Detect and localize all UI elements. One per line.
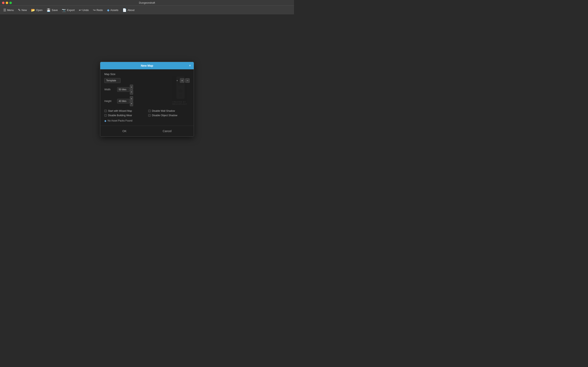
disable-object-shadow-checkbox[interactable]: Disable Object Shadow: [148, 114, 190, 117]
about-button[interactable]: 📄 About: [121, 8, 136, 13]
disable-wall-shadow-checkbox[interactable]: Disable Wall Shadow: [148, 109, 190, 112]
cancel-button[interactable]: Cancel: [158, 129, 177, 133]
new-map-dialog: New Map × CREATED BY MEGASPL: [100, 62, 194, 137]
no-asset-packs-row: ◆ No Asset Packs Found: [104, 119, 190, 122]
new-label: New: [22, 8, 27, 12]
undo-label: Undo: [82, 8, 89, 12]
open-icon: 📂: [31, 8, 35, 12]
no-asset-label: No Asset Packs Found: [108, 119, 132, 122]
dialog-header: New Map ×: [100, 62, 194, 69]
new-button[interactable]: ✎ New: [16, 8, 29, 13]
height-label: Height: [104, 100, 116, 103]
dialog-body: CREATED BY MEGASPLOOT Map Size Template …: [100, 69, 194, 125]
menu-icon: ☰: [3, 8, 6, 12]
options-grid: Start with Wizard Map Disable Wall Shado…: [104, 109, 190, 117]
disable-object-shadow-checkbox-box: [148, 114, 151, 117]
diamond-icon: ◆: [104, 119, 106, 122]
export-label: Export: [67, 8, 75, 12]
modal-overlay: New Map × CREATED BY MEGASPL: [0, 15, 294, 184]
menu-button[interactable]: ☰ Menu: [2, 8, 16, 13]
svg-point-5: [177, 83, 178, 84]
about-label: About: [128, 8, 135, 12]
width-decrement[interactable]: ▼: [130, 90, 133, 95]
save-label: Save: [52, 8, 58, 12]
assets-label: Assets: [111, 8, 118, 12]
ok-button[interactable]: OK: [118, 129, 131, 133]
dialog-title: New Map: [104, 64, 190, 67]
template-row: Template + −: [104, 78, 190, 83]
height-increment[interactable]: ▲: [130, 96, 133, 101]
save-button[interactable]: 💾 Save: [45, 8, 60, 13]
template-remove-button[interactable]: −: [185, 78, 190, 83]
window-title: Dungeondraft: [139, 1, 155, 4]
height-row: Height ▲ ▼: [104, 96, 190, 106]
height-input[interactable]: [117, 99, 130, 103]
menu-label: Menu: [7, 8, 14, 12]
close-button[interactable]: [2, 2, 4, 4]
disable-wall-shadow-checkbox-box: [148, 110, 151, 112]
main-area: New Map × CREATED BY MEGASPL: [0, 15, 294, 184]
width-increment[interactable]: ▲: [130, 85, 133, 90]
template-select[interactable]: Template: [104, 78, 121, 83]
save-icon: 💾: [47, 8, 51, 12]
wizard-map-checkbox[interactable]: Start with Wizard Map: [104, 109, 146, 112]
export-button[interactable]: 📷 Export: [60, 8, 76, 13]
traffic-lights: [2, 2, 12, 4]
redo-button[interactable]: ↪ Redo: [91, 8, 104, 13]
wizard-map-checkbox-box: [104, 110, 107, 112]
width-input[interactable]: [117, 87, 130, 92]
open-button[interactable]: 📂 Open: [29, 8, 44, 13]
about-icon: 📄: [122, 8, 127, 12]
template-select-wrapper: Template: [104, 78, 179, 83]
new-icon: ✎: [18, 8, 21, 12]
disable-building-wear-label: Disable Building Wear: [108, 114, 132, 117]
dialog-footer: OK Cancel: [100, 125, 194, 136]
svg-point-6: [183, 83, 184, 84]
disable-building-wear-checkbox[interactable]: Disable Building Wear: [104, 114, 146, 117]
assets-icon: ◆: [107, 8, 109, 12]
titlebar: Dungeondraft: [0, 0, 294, 6]
disable-object-shadow-label: Disable Object Shadow: [152, 114, 177, 117]
disable-building-wear-checkbox-box: [104, 114, 107, 117]
height-decrement[interactable]: ▼: [130, 101, 133, 106]
assets-button[interactable]: ◆ Assets: [105, 8, 120, 13]
template-add-button[interactable]: +: [180, 78, 184, 83]
redo-icon: ↪: [93, 8, 95, 12]
undo-button[interactable]: ↩ Undo: [77, 8, 90, 13]
dialog-close-button[interactable]: ×: [188, 64, 192, 67]
toolbar: ☰ Menu ✎ New 📂 Open 💾 Save 📷 Export ↩ Un…: [0, 6, 294, 15]
export-icon: 📷: [62, 8, 66, 12]
width-spinner: ▲ ▼: [117, 85, 133, 95]
open-label: Open: [36, 8, 43, 12]
wizard-map-label: Start with Wizard Map: [108, 109, 132, 112]
minimize-button[interactable]: [6, 2, 8, 4]
undo-icon: ↩: [79, 8, 81, 12]
maximize-button[interactable]: [9, 2, 12, 4]
height-spinner: ▲ ▼: [117, 96, 133, 106]
map-size-label: Map Size: [104, 73, 190, 76]
disable-wall-shadow-label: Disable Wall Shadow: [152, 109, 175, 112]
redo-label: Redo: [96, 8, 103, 12]
width-label: Width: [104, 88, 116, 91]
width-row: Width ▲ ▼: [104, 85, 190, 95]
